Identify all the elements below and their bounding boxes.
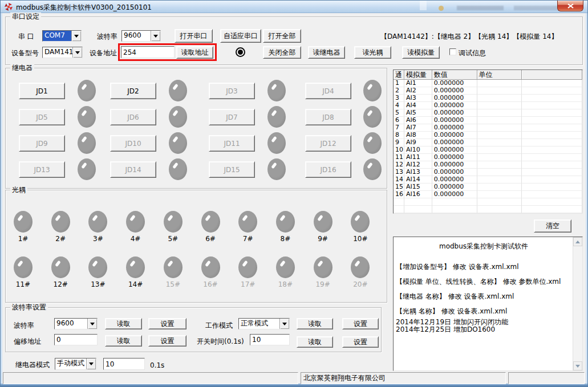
scroll-down-icon[interactable] (573, 361, 582, 370)
relay-indicator-orb (169, 106, 187, 128)
opto-indicator-orb (351, 211, 370, 233)
table-row[interactable]: 13AI130.000000 (394, 169, 582, 176)
read-address-button[interactable]: 读取地址 (176, 46, 213, 59)
opto-indicator-orb (126, 211, 145, 233)
opto-label: 2# (49, 235, 72, 243)
info-changelog-line: 2014年12月25日 增加DO1600 (396, 326, 571, 333)
opto-indicator-orb (51, 211, 70, 233)
table-row[interactable]: 16AI160.000000 (394, 191, 582, 198)
chevron-down-icon[interactable] (71, 31, 81, 41)
read-analog-button[interactable]: 读模拟量 (402, 46, 440, 59)
relay-button-jd16: JD16 (305, 161, 351, 178)
baudrate-combobox[interactable]: 9600 (54, 318, 98, 329)
table-row[interactable] (394, 198, 582, 206)
scroll-up-icon[interactable] (573, 237, 582, 246)
chevron-down-icon[interactable] (86, 359, 96, 369)
relay-indicator-orb (267, 132, 286, 154)
port-combobox[interactable]: COM7 (42, 30, 82, 42)
relay-indicator-orb (363, 106, 382, 128)
offset-addr-input[interactable] (54, 334, 98, 345)
table-row[interactable]: 2AI20.000000 (394, 87, 582, 95)
relay-button-jd9: JD9 (19, 135, 65, 152)
baudrate-read-button[interactable]: 读取 (105, 318, 142, 329)
opto-indicator-orb (88, 211, 107, 233)
table-row[interactable]: 8AI80.000000 (394, 132, 582, 139)
model-label: 设备型号 (11, 49, 39, 57)
table-row[interactable]: 1AI10.000000 (394, 80, 582, 87)
status-panel-left (3, 372, 298, 384)
opto-indicator-orb (14, 256, 33, 278)
work-mode-combobox[interactable]: 正常模式 (238, 318, 290, 329)
offset-read-button[interactable]: 读取 (105, 335, 142, 347)
baud-label: 波特率 (97, 32, 117, 40)
device-address-input[interactable] (121, 46, 175, 58)
baud-combobox[interactable]: 9600 (121, 30, 161, 42)
switch-time-label: 开关时间(0.1s) (197, 337, 244, 345)
table-row[interactable]: 5AI50.000000 (394, 109, 582, 117)
opto-indicator-orb (351, 256, 370, 278)
opto-indicator-orb (201, 211, 220, 233)
chevron-down-icon[interactable] (87, 319, 97, 329)
opto-label: 18# (274, 280, 297, 288)
table-row[interactable]: 9AI90.000000 (394, 139, 582, 146)
switch-time-input[interactable] (250, 334, 290, 345)
opto-label: 11# (12, 280, 35, 288)
analog-table[interactable]: 通模拟量数值单位1AI10.0000002AI20.0000003AI30.00… (393, 70, 583, 214)
table-row[interactable] (394, 206, 582, 213)
relay-mode-combobox[interactable]: 手动模式 (55, 358, 96, 370)
table-header[interactable]: 数值 (432, 70, 477, 80)
table-header[interactable] (522, 70, 582, 80)
relay-button-jd1[interactable]: JD1 (19, 83, 65, 99)
table-row[interactable]: 6AI60.000000 (394, 117, 582, 124)
opto-label: 4# (124, 235, 147, 243)
close-all-button[interactable]: 关闭全部 (263, 46, 301, 59)
opto-indicator-orb (314, 256, 332, 278)
table-header[interactable]: 单位 (477, 70, 522, 80)
relay-indicator-orb (78, 80, 96, 101)
clear-button[interactable]: 清空 (534, 219, 571, 233)
read-opto-button[interactable]: 读光耦 (354, 46, 391, 59)
baudrate-set-button[interactable]: 设置 (148, 318, 186, 329)
info-scrollbar[interactable] (573, 237, 582, 370)
relay-mode-value: 手动模式 (55, 359, 86, 369)
port-value: COM7 (43, 31, 71, 41)
opto-indicator-orb (201, 256, 220, 278)
opto-label: 9# (311, 235, 334, 243)
table-header[interactable]: 通 (394, 70, 404, 80)
opto-label: 12# (49, 280, 72, 288)
work-mode-read-button[interactable]: 读取 (297, 318, 333, 329)
open-serial-button[interactable]: 打开串口 (175, 29, 213, 43)
table-row[interactable]: 15AI150.000000 (394, 184, 582, 191)
table-row[interactable]: 10AI100.000000 (394, 146, 582, 154)
relay-button-jd14: JD14 (110, 161, 156, 178)
opto-indicator-orb (126, 256, 145, 278)
switch-time-set-button[interactable]: 设置 (342, 336, 379, 348)
serial-settings-group: 串口设定 串 口 COM7 波特率 9600 打开串口 自适应串口 打开全部 【… (5, 17, 583, 65)
table-header[interactable]: 模拟量 (404, 70, 432, 80)
table-row[interactable]: 3AI30.000000 (394, 95, 582, 102)
opto-label: 6# (199, 235, 222, 243)
opto-label: 10# (349, 235, 372, 243)
device-summary-label: 【DAM14142】:【继电器 2】【光耦 14】【模拟量 14】 (380, 32, 558, 40)
chevron-down-icon[interactable] (279, 319, 289, 329)
model-combobox[interactable]: DAM14142 (42, 47, 83, 58)
opto-label: 13# (87, 280, 110, 288)
table-row[interactable]: 14AI140.000000 (394, 176, 582, 184)
relay-mode-time-input[interactable] (103, 358, 145, 370)
close-button[interactable] (557, 1, 583, 11)
chevron-down-icon[interactable] (151, 31, 160, 41)
debug-checkbox[interactable] (449, 48, 456, 55)
table-row[interactable]: 4AI40.000000 (394, 102, 582, 109)
read-relay-button[interactable]: 读继电器 (308, 46, 345, 59)
chevron-down-icon[interactable] (72, 47, 82, 58)
table-row[interactable]: 7AI70.000000 (394, 124, 582, 132)
table-row[interactable]: 12AI120.000000 (394, 161, 582, 169)
work-mode-set-button[interactable]: 设置 (342, 318, 379, 329)
auto-adapt-serial-button[interactable]: 自适应串口 (220, 29, 261, 43)
switch-time-read-button[interactable]: 读取 (297, 336, 333, 348)
offset-set-button[interactable]: 设置 (148, 335, 186, 347)
open-all-button[interactable]: 打开全部 (263, 29, 301, 43)
relay-button-jd2[interactable]: JD2 (110, 83, 156, 99)
table-row[interactable]: 11AI110.000000 (394, 154, 582, 161)
title-bar[interactable]: modbus采集控制卡软件V0300_20150101 (1, 1, 587, 13)
